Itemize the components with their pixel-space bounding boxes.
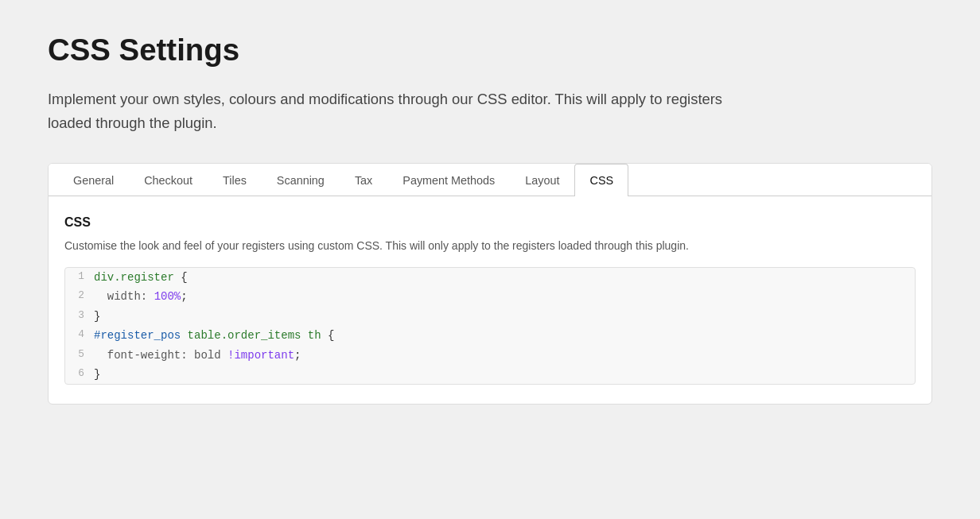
tab-bar: General Checkout Tiles Scanning Tax Paym… [49,164,931,196]
css-code-editor[interactable]: 1 div.register { 2 width: 100%; 3 } 4 #r… [64,267,916,385]
line-content-5: font-weight: bold !important; [94,347,915,364]
line-content-1: div.register { [94,269,915,286]
settings-card: General Checkout Tiles Scanning Tax Paym… [48,163,932,405]
code-line-5: 5 font-weight: bold !important; [65,346,915,365]
section-description: Customise the look and feel of your regi… [64,238,916,254]
tab-tiles[interactable]: Tiles [208,164,262,196]
code-line-6: 6 } [65,365,915,384]
section-title: CSS [64,215,916,230]
code-line-4: 4 #register_pos table.order_items th { [65,326,915,345]
line-number-6: 6 [65,366,94,382]
line-number-5: 5 [65,347,94,362]
page-title: CSS Settings [48,32,932,68]
tab-payment-methods[interactable]: Payment Methods [387,164,510,196]
code-line-1: 1 div.register { [65,268,915,287]
line-number-4: 4 [65,327,94,343]
line-content-3: } [94,308,915,325]
code-line-3: 3 } [65,307,915,326]
tab-layout[interactable]: Layout [510,164,574,196]
tab-general[interactable]: General [58,164,129,196]
line-content-2: width: 100%; [94,288,915,305]
line-number-3: 3 [65,308,94,323]
line-number-1: 1 [65,269,94,285]
tab-panel-css: CSS Customise the look and feel of your … [49,196,931,404]
code-line-2: 2 width: 100%; [65,287,915,306]
tab-checkout[interactable]: Checkout [129,164,208,196]
tab-tax[interactable]: Tax [340,164,387,196]
tab-scanning[interactable]: Scanning [262,164,340,196]
line-number-2: 2 [65,288,94,304]
page-description: Implement your own styles, colours and m… [48,87,764,134]
line-content-6: } [94,366,915,383]
line-content-4: #register_pos table.order_items th { [94,327,915,344]
tab-css[interactable]: CSS [574,164,628,196]
